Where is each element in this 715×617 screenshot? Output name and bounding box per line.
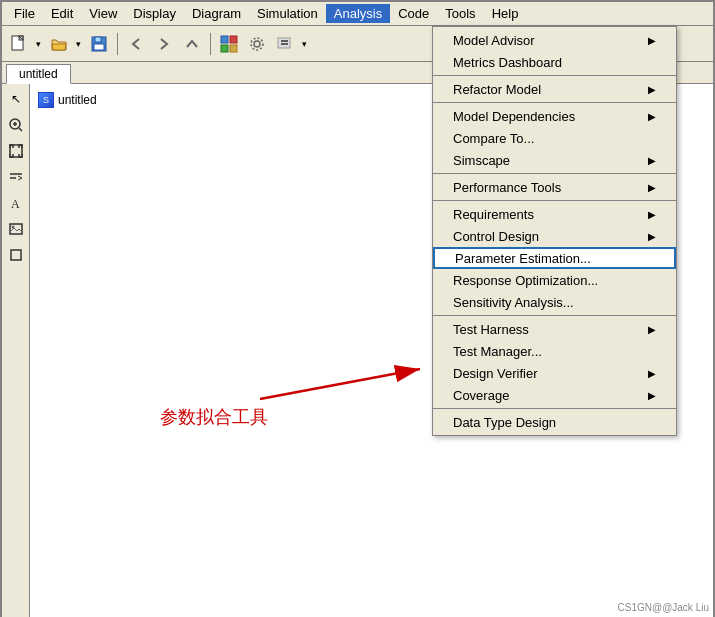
menu-item-label: Refactor Model	[453, 82, 541, 97]
svg-text:A: A	[11, 197, 20, 211]
new-button[interactable]	[6, 31, 32, 57]
forward-icon	[155, 35, 173, 53]
submenu-arrow: ▶	[648, 111, 656, 122]
fit-icon	[8, 143, 24, 159]
submenu-arrow: ▶	[648, 182, 656, 193]
menu-item-label: Control Design	[453, 229, 539, 244]
annotation-text: 参数拟合工具	[160, 405, 268, 429]
run-button[interactable]	[272, 31, 298, 57]
submenu-arrow: ▶	[648, 209, 656, 220]
menu-item-sensitivity-analysis[interactable]: Sensitivity Analysis...	[433, 291, 676, 313]
text-icon: A	[8, 195, 24, 211]
open-icon	[50, 35, 68, 53]
menu-item-label: Requirements	[453, 207, 534, 222]
run-icon	[276, 35, 294, 53]
sidebar: ↖	[2, 84, 30, 617]
menu-section-5: Requirements ▶ Control Design ▶ Paramete…	[433, 201, 676, 316]
menu-item-response-optimization[interactable]: Response Optimization...	[433, 269, 676, 291]
forward-button[interactable]	[151, 31, 177, 57]
svg-point-11	[251, 38, 263, 50]
svg-rect-9	[230, 45, 237, 52]
menu-item-label: Test Manager...	[453, 344, 542, 359]
menu-simulation[interactable]: Simulation	[249, 4, 326, 23]
menu-item-label: Simscape	[453, 153, 510, 168]
new-icon	[10, 35, 28, 53]
menu-item-label: Sensitivity Analysis...	[453, 295, 574, 310]
library-button[interactable]	[216, 31, 242, 57]
sidebar-lines[interactable]	[5, 166, 27, 188]
menu-section-3: Model Dependencies ▶ Compare To... Simsc…	[433, 103, 676, 174]
save-icon	[90, 35, 108, 53]
menu-section-6: Test Harness ▶ Test Manager... Design Ve…	[433, 316, 676, 409]
svg-rect-25	[11, 250, 21, 260]
submenu-arrow: ▶	[648, 84, 656, 95]
menu-display[interactable]: Display	[125, 4, 184, 23]
menu-item-requirements[interactable]: Requirements ▶	[433, 203, 676, 225]
canvas-model-label: S untitled	[38, 92, 97, 108]
menu-item-control-design[interactable]: Control Design ▶	[433, 225, 676, 247]
back-icon	[127, 35, 145, 53]
tab-untitled[interactable]: untitled	[6, 64, 71, 84]
menu-view[interactable]: View	[81, 4, 125, 23]
new-button-group: ▾	[6, 31, 44, 57]
menu-item-test-harness[interactable]: Test Harness ▶	[433, 318, 676, 340]
sidebar-image[interactable]	[5, 218, 27, 240]
menu-item-simscape[interactable]: Simscape ▶	[433, 149, 676, 171]
new-dropdown[interactable]: ▾	[32, 31, 44, 57]
menu-help[interactable]: Help	[484, 4, 527, 23]
submenu-arrow: ▶	[648, 390, 656, 401]
sidebar-select[interactable]: ↖	[5, 88, 27, 110]
menu-item-compare-to[interactable]: Compare To...	[433, 127, 676, 149]
menu-code[interactable]: Code	[390, 4, 437, 23]
settings-icon	[248, 35, 266, 53]
menu-file[interactable]: File	[6, 4, 43, 23]
analysis-dropdown-menu: Model Advisor ▶ Metrics Dashboard Refact…	[432, 26, 677, 436]
menu-item-label: Compare To...	[453, 131, 534, 146]
menu-item-design-verifier[interactable]: Design Verifier ▶	[433, 362, 676, 384]
menu-item-label: Response Optimization...	[453, 273, 598, 288]
model-name: untitled	[58, 93, 97, 107]
up-button[interactable]	[179, 31, 205, 57]
sidebar-block[interactable]	[5, 244, 27, 266]
watermark: CS1GN@@Jack Liu	[618, 602, 709, 613]
menu-item-test-manager[interactable]: Test Manager...	[433, 340, 676, 362]
menu-item-label: Data Type Design	[453, 415, 556, 430]
save-button[interactable]	[86, 31, 112, 57]
menu-item-label: Parameter Estimation...	[455, 251, 591, 266]
menu-item-label: Test Harness	[453, 322, 529, 337]
sidebar-zoom-in[interactable]	[5, 114, 27, 136]
svg-rect-19	[10, 145, 22, 157]
svg-rect-7	[230, 36, 237, 43]
back-button[interactable]	[123, 31, 149, 57]
submenu-arrow: ▶	[648, 231, 656, 242]
menu-section-2: Refactor Model ▶	[433, 76, 676, 103]
open-button[interactable]	[46, 31, 72, 57]
settings-button[interactable]	[244, 31, 270, 57]
sidebar-fit[interactable]	[5, 140, 27, 162]
menu-item-performance-tools[interactable]: Performance Tools ▶	[433, 176, 676, 198]
svg-line-18	[19, 128, 22, 131]
menu-item-data-type-design[interactable]: Data Type Design	[433, 411, 676, 433]
menu-item-label: Model Dependencies	[453, 109, 575, 124]
up-icon	[183, 35, 201, 53]
menu-tools[interactable]: Tools	[437, 4, 483, 23]
menu-edit[interactable]: Edit	[43, 4, 81, 23]
separator-1	[117, 33, 118, 55]
run-dropdown[interactable]: ▾	[298, 31, 310, 57]
menu-diagram[interactable]: Diagram	[184, 4, 249, 23]
svg-rect-6	[221, 36, 228, 43]
block-icon	[8, 247, 24, 263]
library-icon	[220, 35, 238, 53]
menu-item-coverage[interactable]: Coverage ▶	[433, 384, 676, 406]
open-dropdown[interactable]: ▾	[72, 31, 84, 57]
menu-item-model-dependencies[interactable]: Model Dependencies ▶	[433, 105, 676, 127]
menu-item-metrics-dashboard[interactable]: Metrics Dashboard	[433, 51, 676, 73]
submenu-arrow: ▶	[648, 324, 656, 335]
submenu-arrow: ▶	[648, 35, 656, 46]
menu-item-refactor-model[interactable]: Refactor Model ▶	[433, 78, 676, 100]
menu-item-model-advisor[interactable]: Model Advisor ▶	[433, 29, 676, 51]
sidebar-text[interactable]: A	[5, 192, 27, 214]
menu-item-parameter-estimation[interactable]: Parameter Estimation...	[433, 247, 676, 269]
submenu-arrow: ▶	[648, 368, 656, 379]
menu-analysis[interactable]: Analysis	[326, 4, 390, 23]
